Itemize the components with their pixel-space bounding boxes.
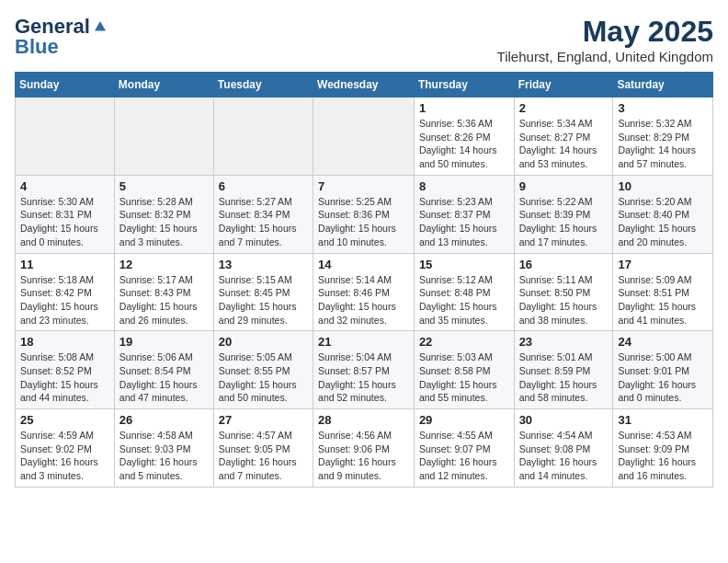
calendar-cell: 25 Sunrise: 4:59 AMSunset: 9:02 PMDaylig… <box>16 409 115 488</box>
day-info: Sunrise: 5:27 AMSunset: 8:34 PMDaylight:… <box>219 196 297 247</box>
header-sunday: Sunday <box>16 73 115 98</box>
day-number: 21 <box>318 335 409 349</box>
day-info: Sunrise: 5:11 AMSunset: 8:50 PMDaylight:… <box>519 274 597 326</box>
header-friday: Friday <box>514 73 613 98</box>
day-info: Sunrise: 5:00 AMSunset: 9:01 PMDaylight:… <box>618 351 696 403</box>
calendar-cell: 14 Sunrise: 5:14 AMSunset: 8:46 PMDaylig… <box>313 253 415 331</box>
calendar-cell: 30 Sunrise: 4:54 AMSunset: 9:08 PMDaylig… <box>514 409 613 488</box>
calendar-cell <box>16 98 115 176</box>
location: Tilehurst, England, United Kingdom <box>497 49 713 64</box>
day-info: Sunrise: 5:12 AMSunset: 8:48 PMDaylight:… <box>419 274 497 326</box>
day-number: 20 <box>219 335 308 349</box>
day-number: 24 <box>618 335 708 349</box>
day-number: 9 <box>519 179 609 193</box>
calendar-cell: 6 Sunrise: 5:27 AMSunset: 8:34 PMDayligh… <box>213 175 313 253</box>
day-number: 5 <box>119 179 209 193</box>
day-number: 15 <box>419 258 509 271</box>
header-thursday: Thursday <box>414 73 514 98</box>
calendar-cell: 21 Sunrise: 5:04 AMSunset: 8:57 PMDaylig… <box>313 331 415 409</box>
calendar-cell: 7 Sunrise: 5:25 AMSunset: 8:36 PMDayligh… <box>313 175 415 253</box>
logo-blue: Blue <box>15 35 59 59</box>
calendar-cell: 27 Sunrise: 4:57 AMSunset: 9:05 PMDaylig… <box>213 409 313 488</box>
day-number: 23 <box>519 335 609 349</box>
calendar-cell: 18 Sunrise: 5:08 AMSunset: 8:52 PMDaylig… <box>16 331 115 409</box>
day-number: 8 <box>419 179 509 193</box>
month-title: May 2025 <box>497 15 713 49</box>
day-number: 10 <box>618 179 708 193</box>
calendar-cell: 2 Sunrise: 5:34 AMSunset: 8:27 PMDayligh… <box>514 98 613 176</box>
calendar-header-row: Sunday Monday Tuesday Wednesday Thursday… <box>16 73 713 98</box>
day-info: Sunrise: 5:22 AMSunset: 8:39 PMDaylight:… <box>519 196 597 247</box>
day-number: 3 <box>618 101 708 115</box>
day-number: 28 <box>318 413 409 427</box>
day-number: 22 <box>419 335 509 349</box>
day-info: Sunrise: 4:56 AMSunset: 9:06 PMDaylight:… <box>318 430 396 481</box>
calendar-cell: 8 Sunrise: 5:23 AMSunset: 8:37 PMDayligh… <box>414 175 514 253</box>
day-info: Sunrise: 5:05 AMSunset: 8:55 PMDaylight:… <box>219 351 297 403</box>
day-info: Sunrise: 5:04 AMSunset: 8:57 PMDaylight:… <box>318 351 396 403</box>
day-number: 27 <box>219 413 308 427</box>
day-number: 12 <box>119 258 209 271</box>
day-info: Sunrise: 5:08 AMSunset: 8:52 PMDaylight:… <box>20 351 98 403</box>
day-number: 31 <box>618 413 708 427</box>
day-info: Sunrise: 5:14 AMSunset: 8:46 PMDaylight:… <box>318 274 396 326</box>
day-info: Sunrise: 4:53 AMSunset: 9:09 PMDaylight:… <box>618 430 696 481</box>
calendar-cell: 3 Sunrise: 5:32 AMSunset: 8:29 PMDayligh… <box>613 98 713 176</box>
day-number: 26 <box>119 413 209 427</box>
day-number: 29 <box>419 413 509 427</box>
calendar-cell <box>114 98 213 176</box>
calendar-cell: 13 Sunrise: 5:15 AMSunset: 8:45 PMDaylig… <box>213 253 313 331</box>
header-tuesday: Tuesday <box>213 73 313 98</box>
logo: General Blue <box>15 15 108 59</box>
calendar-cell: 31 Sunrise: 4:53 AMSunset: 9:09 PMDaylig… <box>613 409 713 488</box>
day-info: Sunrise: 4:58 AMSunset: 9:03 PMDaylight:… <box>119 430 198 481</box>
calendar-row-4: 18 Sunrise: 5:08 AMSunset: 8:52 PMDaylig… <box>16 331 713 409</box>
day-info: Sunrise: 5:25 AMSunset: 8:36 PMDaylight:… <box>318 196 396 247</box>
day-number: 19 <box>119 335 209 349</box>
calendar-cell: 28 Sunrise: 4:56 AMSunset: 9:06 PMDaylig… <box>313 409 415 488</box>
calendar-cell: 12 Sunrise: 5:17 AMSunset: 8:43 PMDaylig… <box>114 253 213 331</box>
logo-icon <box>92 18 108 35</box>
day-info: Sunrise: 5:28 AMSunset: 8:32 PMDaylight:… <box>119 196 198 247</box>
svg-marker-0 <box>95 21 106 31</box>
calendar-cell: 4 Sunrise: 5:30 AMSunset: 8:31 PMDayligh… <box>16 175 115 253</box>
day-number: 4 <box>20 179 109 193</box>
day-info: Sunrise: 5:03 AMSunset: 8:58 PMDaylight:… <box>419 351 497 403</box>
calendar-cell: 22 Sunrise: 5:03 AMSunset: 8:58 PMDaylig… <box>414 331 514 409</box>
calendar-cell <box>213 98 313 176</box>
calendar-row-1: 1 Sunrise: 5:36 AMSunset: 8:26 PMDayligh… <box>16 98 713 176</box>
header-monday: Monday <box>114 73 213 98</box>
day-number: 14 <box>318 258 409 271</box>
day-number: 16 <box>519 258 609 271</box>
day-info: Sunrise: 5:01 AMSunset: 8:59 PMDaylight:… <box>519 351 597 403</box>
calendar-cell: 10 Sunrise: 5:20 AMSunset: 8:40 PMDaylig… <box>613 175 713 253</box>
day-number: 6 <box>219 179 308 193</box>
calendar-cell: 15 Sunrise: 5:12 AMSunset: 8:48 PMDaylig… <box>414 253 514 331</box>
day-number: 18 <box>20 335 109 349</box>
calendar-row-5: 25 Sunrise: 4:59 AMSunset: 9:02 PMDaylig… <box>16 409 713 488</box>
day-info: Sunrise: 4:54 AMSunset: 9:08 PMDaylight:… <box>519 430 597 481</box>
calendar-cell: 23 Sunrise: 5:01 AMSunset: 8:59 PMDaylig… <box>514 331 613 409</box>
day-number: 25 <box>20 413 109 427</box>
day-info: Sunrise: 5:23 AMSunset: 8:37 PMDaylight:… <box>419 196 497 247</box>
calendar-cell: 24 Sunrise: 5:00 AMSunset: 9:01 PMDaylig… <box>613 331 713 409</box>
calendar-table: Sunday Monday Tuesday Wednesday Thursday… <box>15 72 713 488</box>
day-number: 2 <box>519 101 609 115</box>
day-info: Sunrise: 5:18 AMSunset: 8:42 PMDaylight:… <box>20 274 98 326</box>
calendar-cell: 16 Sunrise: 5:11 AMSunset: 8:50 PMDaylig… <box>514 253 613 331</box>
day-info: Sunrise: 5:32 AMSunset: 8:29 PMDaylight:… <box>618 118 696 169</box>
day-info: Sunrise: 5:36 AMSunset: 8:26 PMDaylight:… <box>419 118 497 169</box>
calendar-cell: 19 Sunrise: 5:06 AMSunset: 8:54 PMDaylig… <box>114 331 213 409</box>
day-info: Sunrise: 4:55 AMSunset: 9:07 PMDaylight:… <box>419 430 497 481</box>
day-info: Sunrise: 5:15 AMSunset: 8:45 PMDaylight:… <box>219 274 297 326</box>
calendar-cell: 26 Sunrise: 4:58 AMSunset: 9:03 PMDaylig… <box>114 409 213 488</box>
day-number: 17 <box>618 258 708 271</box>
calendar-cell <box>313 98 415 176</box>
calendar-cell: 17 Sunrise: 5:09 AMSunset: 8:51 PMDaylig… <box>613 253 713 331</box>
day-number: 1 <box>419 101 509 115</box>
day-info: Sunrise: 5:34 AMSunset: 8:27 PMDaylight:… <box>519 118 597 169</box>
header-saturday: Saturday <box>613 73 713 98</box>
day-info: Sunrise: 5:17 AMSunset: 8:43 PMDaylight:… <box>119 274 198 326</box>
day-info: Sunrise: 4:59 AMSunset: 9:02 PMDaylight:… <box>20 430 98 481</box>
day-info: Sunrise: 4:57 AMSunset: 9:05 PMDaylight:… <box>219 430 297 481</box>
